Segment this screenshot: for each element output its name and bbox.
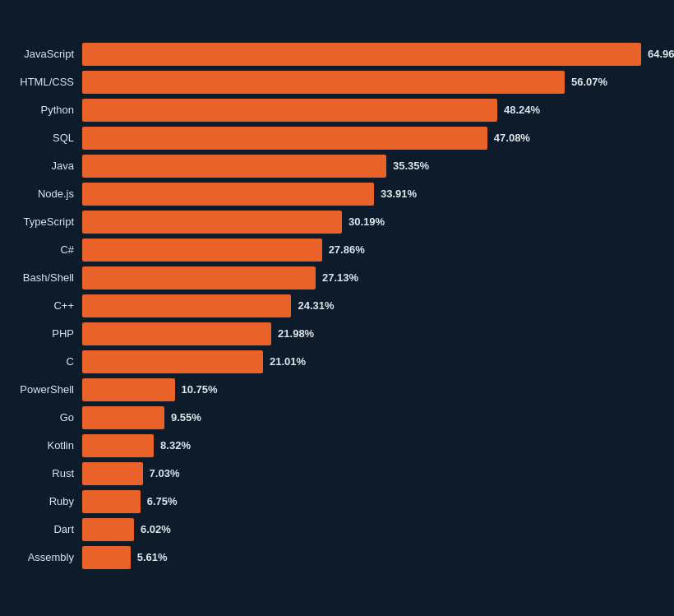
bar-row: PHP21.98% [8, 322, 666, 345]
bar-fill [82, 490, 141, 513]
bar-fill [82, 546, 131, 569]
bar-row: Go9.55% [8, 406, 666, 429]
bar-value: 56.07% [571, 76, 607, 88]
bar-value: 21.98% [278, 327, 314, 340]
bar-label: PowerShell [8, 383, 82, 396]
bar-fill [82, 127, 487, 150]
bar-fill [82, 322, 271, 345]
bar-row: Ruby6.75% [8, 490, 666, 513]
bar-fill [82, 406, 164, 429]
bar-track: 35.35% [82, 155, 666, 178]
bar-label: Go [8, 411, 82, 424]
bar-label: Bash/Shell [8, 271, 82, 284]
bar-track: 48.24% [82, 99, 666, 122]
bar-value: 6.02% [141, 523, 171, 535]
bar-fill [82, 518, 134, 541]
bar-row: Dart6.02% [8, 518, 666, 541]
bar-row: Node.js33.91% [8, 183, 666, 206]
bar-track: 7.03% [82, 462, 666, 485]
bar-fill [82, 155, 386, 178]
bar-fill [82, 434, 154, 457]
bar-row: C#27.86% [8, 239, 666, 262]
bar-fill [82, 350, 263, 373]
bar-track: 27.86% [82, 239, 666, 262]
bar-fill [82, 43, 641, 66]
bar-row: JavaScript64.96% [8, 43, 666, 66]
bar-row: Bash/Shell27.13% [8, 266, 666, 289]
bar-row: Rust7.03% [8, 462, 666, 485]
bar-row: C++24.31% [8, 294, 666, 317]
bar-row: Python48.24% [8, 99, 666, 122]
bar-row: Kotlin8.32% [8, 434, 666, 457]
bar-label: Python [8, 104, 82, 116]
bar-chart: JavaScript64.96%HTML/CSS56.07%Python48.2… [8, 43, 666, 574]
bar-row: C21.01% [8, 350, 666, 373]
bar-value: 30.19% [349, 215, 385, 228]
bar-track: 21.01% [82, 350, 666, 373]
bar-track: 56.07% [82, 71, 666, 94]
bar-row: Assembly5.61% [8, 546, 666, 569]
bar-label: Java [8, 160, 82, 172]
bar-track: 9.55% [82, 406, 666, 429]
bar-fill [82, 99, 497, 122]
bar-row: TypeScript30.19% [8, 211, 666, 234]
bar-label: C++ [8, 299, 82, 312]
bar-value: 6.75% [147, 495, 178, 507]
bar-track: 6.75% [82, 490, 666, 513]
bar-row: SQL47.08% [8, 127, 666, 150]
bar-row: PowerShell10.75% [8, 378, 666, 401]
bar-label: PHP [8, 327, 82, 340]
bar-track: 10.75% [82, 378, 666, 401]
bar-value: 8.32% [160, 439, 191, 452]
bar-value: 27.13% [322, 271, 358, 284]
bar-label: Node.js [8, 188, 82, 200]
bar-row: Java35.35% [8, 155, 666, 178]
bar-label: SQL [8, 132, 82, 144]
bar-label: C# [8, 243, 82, 256]
bar-label: C [8, 355, 82, 368]
bar-value: 35.35% [393, 160, 429, 172]
bar-label: TypeScript [8, 215, 82, 228]
bar-fill [82, 211, 342, 234]
bar-label: JavaScript [8, 48, 82, 60]
bar-fill [82, 71, 565, 94]
bar-track: 64.96% [82, 43, 674, 66]
bar-value: 7.03% [150, 467, 180, 479]
bar-value: 10.75% [182, 383, 218, 396]
bar-fill [82, 266, 316, 289]
bar-track: 30.19% [82, 211, 666, 234]
bar-label: Rust [8, 467, 82, 479]
bar-row: HTML/CSS56.07% [8, 71, 666, 94]
bar-value: 33.91% [381, 188, 417, 200]
bar-track: 6.02% [82, 518, 666, 541]
bar-fill [82, 183, 374, 206]
bar-track: 8.32% [82, 434, 666, 457]
bar-value: 21.01% [270, 355, 306, 368]
bar-fill [82, 378, 175, 401]
bar-track: 33.91% [82, 183, 666, 206]
bar-value: 48.24% [504, 104, 540, 116]
bar-track: 21.98% [82, 322, 666, 345]
bar-value: 64.96% [648, 48, 674, 60]
bar-value: 27.86% [329, 243, 365, 256]
bar-track: 5.61% [82, 546, 666, 569]
bar-track: 27.13% [82, 266, 666, 289]
bar-label: Dart [8, 523, 82, 535]
bar-value: 5.61% [137, 551, 168, 563]
bar-label: Assembly [8, 551, 82, 563]
bar-value: 9.55% [171, 411, 201, 424]
bar-label: Ruby [8, 495, 82, 507]
bar-value: 24.31% [298, 299, 334, 312]
bar-track: 24.31% [82, 294, 666, 317]
bar-value: 47.08% [494, 132, 530, 144]
bar-track: 47.08% [82, 127, 666, 150]
bar-label: HTML/CSS [8, 76, 82, 88]
bar-fill [82, 462, 143, 485]
bar-fill [82, 239, 322, 262]
bar-fill [82, 294, 291, 317]
bar-label: Kotlin [8, 439, 82, 452]
